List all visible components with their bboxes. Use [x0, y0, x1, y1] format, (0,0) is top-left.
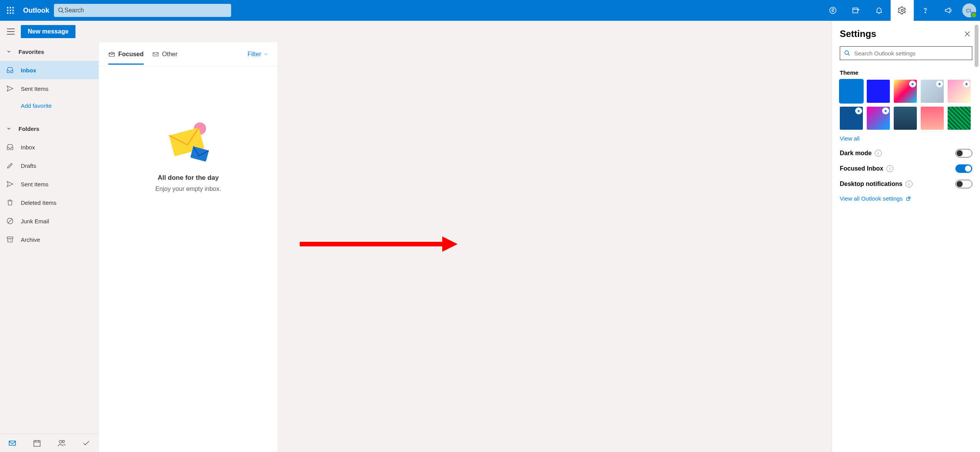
mail-module-button[interactable] — [0, 439, 25, 447]
premium-badge-icon: ★ — [882, 107, 889, 114]
svg-point-7 — [10, 12, 11, 14]
theme-label: Theme — [840, 69, 972, 76]
svg-point-4 — [10, 10, 11, 11]
focused-inbox-label: Focused Inbox — [840, 165, 883, 172]
focused-inbox-toggle[interactable] — [955, 164, 972, 173]
svg-point-26 — [59, 440, 62, 443]
svg-point-0 — [7, 7, 8, 8]
settings-panel: Settings Theme ★★★★★ View all Dark mode … — [832, 21, 980, 452]
svg-line-35 — [848, 54, 849, 55]
folder-deleted-items[interactable]: Deleted Items — [0, 193, 99, 212]
folder-label: Inbox — [21, 67, 36, 74]
tab-focused[interactable]: Focused — [108, 51, 144, 58]
megaphone-icon — [944, 6, 953, 15]
calendar-day-icon — [852, 6, 860, 15]
focused-inbox-icon — [108, 51, 115, 58]
bell-icon — [875, 6, 883, 15]
app-header: Outlook CL — [0, 0, 980, 21]
empty-subtitle: Enjoy your empty inbox. — [99, 186, 277, 193]
folder-label: Junk Email — [21, 218, 49, 224]
svg-point-11 — [830, 7, 836, 14]
global-search[interactable] — [54, 4, 231, 17]
folder-archive[interactable]: Archive — [0, 230, 99, 249]
search-icon — [58, 7, 64, 14]
folder-sent-items[interactable]: Sent Items — [0, 175, 99, 193]
skype-icon — [829, 6, 837, 15]
folder-junk-email[interactable]: Junk Email — [0, 212, 99, 230]
info-icon[interactable]: i — [875, 150, 882, 157]
add-favorite-link[interactable]: Add favorite — [0, 98, 99, 113]
chevron-down-icon — [263, 52, 268, 57]
user-avatar[interactable]: CL — [962, 3, 976, 17]
calendar-icon — [33, 439, 41, 447]
premium-badge-icon: ★ — [855, 107, 862, 114]
favorite-sent-items[interactable]: Sent Items — [0, 79, 99, 98]
theme-swatch-5[interactable]: ★ — [840, 107, 863, 130]
todo-module-button[interactable] — [74, 439, 99, 447]
archive-icon — [6, 236, 14, 243]
send-icon — [6, 180, 14, 188]
notifications-button[interactable] — [868, 0, 891, 21]
svg-point-5 — [12, 10, 14, 11]
premium-badge-icon: ★ — [909, 80, 916, 87]
empty-illustration — [161, 120, 215, 166]
skype-button[interactable] — [821, 0, 844, 21]
info-icon[interactable]: i — [906, 181, 913, 187]
folder-drafts[interactable]: Drafts — [0, 156, 99, 175]
folder-label: Inbox — [21, 144, 35, 151]
theme-swatch-1[interactable] — [867, 80, 890, 103]
desktop-notifications-toggle[interactable] — [955, 180, 972, 188]
settings-scrollbar[interactable] — [975, 25, 978, 67]
dark-mode-label: Dark mode — [840, 150, 872, 157]
info-icon[interactable]: i — [886, 165, 893, 172]
people-icon — [57, 439, 66, 447]
close-icon — [964, 30, 971, 37]
megaphone-button[interactable] — [937, 0, 960, 21]
svg-point-1 — [10, 7, 11, 8]
calendar-module-button[interactable] — [25, 439, 49, 447]
empty-title: All done for the day — [99, 174, 277, 182]
svg-point-3 — [7, 10, 8, 11]
teams-button[interactable] — [844, 0, 868, 21]
close-settings-button[interactable] — [962, 29, 972, 39]
app-launcher-button[interactable] — [0, 7, 21, 14]
mail-icon — [8, 439, 17, 447]
people-module-button[interactable] — [49, 439, 74, 447]
theme-swatch-4[interactable]: ★ — [948, 80, 971, 103]
popout-icon — [906, 196, 911, 201]
folder-label: Drafts — [21, 162, 36, 169]
theme-swatch-9[interactable] — [948, 107, 971, 130]
favorites-header[interactable]: Favorites — [0, 42, 99, 61]
settings-title: Settings — [840, 28, 962, 39]
svg-rect-31 — [190, 146, 208, 162]
filter-button[interactable]: Filter — [247, 51, 268, 58]
waffle-icon — [7, 7, 14, 14]
settings-button[interactable] — [891, 0, 914, 21]
hamburger-icon — [7, 28, 15, 35]
view-all-themes-link[interactable]: View all — [840, 135, 859, 142]
theme-swatch-3[interactable]: ★ — [921, 80, 944, 103]
global-search-input[interactable] — [64, 7, 227, 14]
app-title: Outlook — [21, 7, 54, 15]
favorite-inbox[interactable]: Inbox — [0, 61, 99, 79]
inbox-icon — [6, 66, 14, 74]
theme-swatch-0[interactable] — [840, 80, 863, 103]
new-message-button[interactable]: New message — [21, 25, 76, 38]
svg-point-2 — [12, 7, 14, 8]
folder-inbox[interactable]: Inbox — [0, 138, 99, 156]
block-icon — [6, 217, 14, 225]
trash-icon — [6, 199, 14, 206]
nav-toggle-button[interactable] — [3, 24, 18, 39]
theme-swatch-8[interactable] — [921, 107, 944, 130]
help-button[interactable] — [914, 0, 937, 21]
folders-header[interactable]: Folders — [0, 119, 99, 138]
gear-icon — [898, 6, 906, 15]
theme-swatch-6[interactable]: ★ — [867, 107, 890, 130]
tab-other[interactable]: Other — [152, 51, 178, 58]
theme-swatch-2[interactable]: ★ — [894, 80, 917, 103]
theme-swatch-7[interactable] — [894, 107, 917, 130]
dark-mode-toggle[interactable] — [955, 149, 972, 157]
settings-search-input[interactable] — [854, 50, 968, 57]
settings-search[interactable] — [840, 46, 972, 60]
view-all-outlook-settings-link[interactable]: View all Outlook settings — [840, 195, 911, 202]
